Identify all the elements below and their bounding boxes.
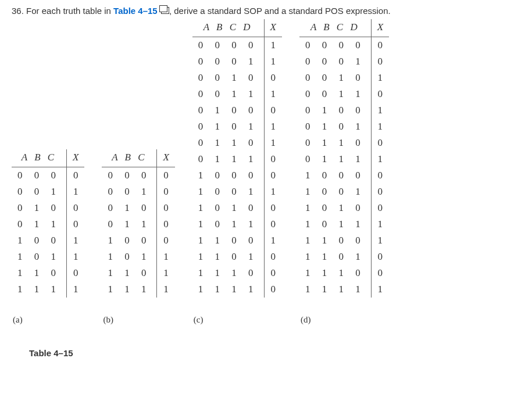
table-d-label: (d) [298,315,390,325]
table-row: 1 1 00 [12,265,84,281]
output-cell: 1 [264,184,282,200]
vars-cell: 0 0 0 [12,167,67,184]
table-row: 0 0 00 [102,167,174,184]
table-b-label: (b) [101,315,176,325]
output-cell: 1 [157,249,175,265]
table-row: 1 0 1 00 [192,200,282,216]
vars-cell: 0 1 1 1 [299,151,371,167]
output-cell: 0 [264,151,282,167]
output-cell: 0 [264,102,282,119]
vars-cell: 0 0 0 [102,167,157,184]
vars-cell: 0 0 1 1 [192,86,264,102]
table-a-body: 0 0 000 0 110 1 000 1 101 0 011 0 111 1 … [12,167,84,298]
table-reference-link[interactable]: Table 4–15 [113,6,169,16]
header-vars: A B C [12,149,67,167]
output-cell: 0 [371,135,389,151]
vars-cell: 0 1 1 1 [192,151,264,167]
vars-cell: 1 1 0 [12,265,67,281]
output-cell: 0 [67,167,85,184]
output-cell: 1 [67,232,85,249]
output-cell: 0 [264,167,282,184]
vars-cell: 1 1 0 0 [192,232,264,249]
vars-cell: 1 0 1 1 [299,216,371,232]
table-row: 0 1 0 00 [192,102,282,119]
vars-cell: 1 0 0 1 [192,184,264,200]
output-cell: 1 [157,281,175,298]
table-row: 1 0 11 [102,249,174,265]
vars-cell: 1 0 0 [102,232,157,249]
table-row: 0 0 11 [12,184,84,200]
output-cell: 0 [371,200,389,216]
vars-cell: 1 1 1 [102,281,157,298]
output-cell: 0 [157,200,175,216]
table-b-block: A B C X 0 0 000 0 100 1 000 1 101 0 001 … [102,149,174,325]
vars-cell: 1 1 0 1 [299,249,371,265]
popup-icon [161,7,169,14]
table-ref-text: Table 4–15 [113,6,158,16]
vars-cell: 0 0 1 1 [299,86,371,102]
table-row: 1 1 1 11 [299,281,389,298]
table-row: 0 0 0 11 [192,53,282,70]
vars-cell: 1 0 1 0 [299,200,371,216]
truth-table-c: A B C D X 0 0 0 010 0 0 110 0 1 000 0 1 … [192,19,282,298]
output-cell: 0 [371,184,389,200]
output-cell: 1 [264,53,282,70]
output-cell: 1 [371,151,389,167]
vars-cell: 1 1 1 1 [192,281,264,298]
table-row: 1 1 1 00 [192,265,282,281]
table-row: 0 1 0 01 [299,102,389,119]
output-cell: 0 [157,167,175,184]
vars-cell: 1 1 1 1 [299,281,371,298]
table-row: 1 1 11 [12,281,84,298]
table-row: 0 0 0 10 [299,53,389,70]
table-row: 1 0 11 [12,249,84,265]
table-row: 0 0 1 00 [192,70,282,86]
output-cell: 1 [371,119,389,135]
output-cell: 0 [371,249,389,265]
table-row: 0 0 0 01 [192,37,282,54]
header-vars: A B C [102,149,157,167]
table-row: 1 0 1 11 [299,216,389,232]
table-row: 0 0 10 [102,184,174,200]
vars-cell: 1 0 1 1 [192,216,264,232]
vars-cell: 0 0 0 0 [299,37,371,54]
table-row: 1 0 0 10 [299,184,389,200]
vars-cell: 1 0 0 [12,232,67,249]
table-row: 0 1 1 00 [299,135,389,151]
output-cell: 1 [264,232,282,249]
output-cell: 0 [67,216,85,232]
output-cell: 0 [371,265,389,281]
vars-cell: 1 1 1 [12,281,67,298]
output-cell: 1 [371,70,389,86]
header-vars: A B C D [299,19,371,37]
vars-cell: 1 1 0 [102,265,157,281]
table-row: 0 0 00 [12,167,84,184]
vars-cell: 0 0 0 1 [299,53,371,70]
table-c-label: (c) [191,315,283,325]
output-cell: 1 [371,102,389,119]
output-cell: 0 [264,216,282,232]
table-row: 0 1 00 [12,200,84,216]
table-d-block: A B C D X 0 0 0 000 0 0 100 0 1 010 0 1 … [299,19,389,325]
vars-cell: 0 0 1 [102,184,157,200]
output-cell: 0 [264,200,282,216]
vars-cell: 1 0 1 [12,249,67,265]
table-row: 0 1 0 11 [192,119,282,135]
table-c-block: A B C D X 0 0 0 010 0 0 110 0 1 000 0 1 … [192,19,282,325]
vars-cell: 0 1 0 1 [192,119,264,135]
output-cell: 1 [371,216,389,232]
vars-cell: 0 1 0 0 [299,102,371,119]
truth-tables-container: A B C X 0 0 000 0 110 1 000 1 101 0 011 … [12,19,520,325]
vars-cell: 1 0 0 0 [299,167,371,184]
table-row: 1 0 00 [102,232,174,249]
vars-cell: 0 0 0 0 [192,37,264,54]
table-row: 1 1 0 01 [299,232,389,249]
table-row: 1 0 01 [12,232,84,249]
question-posttext: , derive a standard SOP and a standard P… [169,6,391,16]
table-b-body: 0 0 000 0 100 1 000 1 101 0 001 0 111 1 … [102,167,174,298]
table-d-body: 0 0 0 000 0 0 100 0 1 010 0 1 100 1 0 01… [299,37,389,298]
output-cell: 1 [264,37,282,54]
table-c-body: 0 0 0 010 0 0 110 0 1 000 0 1 110 1 0 00… [192,37,282,298]
output-cell: 0 [371,167,389,184]
vars-cell: 1 1 0 1 [192,249,264,265]
